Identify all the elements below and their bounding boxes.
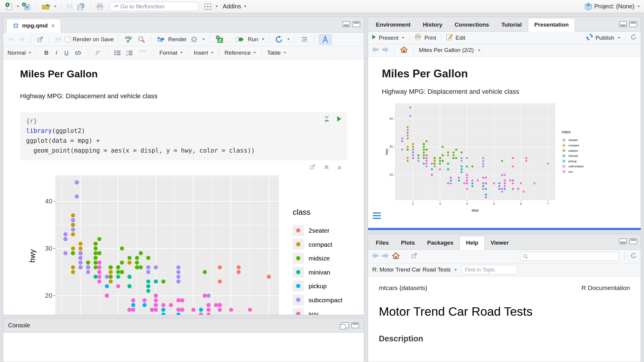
new-project-icon[interactable]: R [21,1,32,12]
clear-format-icon[interactable]: T [94,49,102,57]
panes-layout-caret[interactable] [216,6,218,7]
render-on-save-checkbox[interactable] [65,37,70,42]
gear-icon[interactable] [189,35,199,44]
render-icon[interactable] [156,35,166,44]
outline-icon[interactable] [300,36,309,43]
insert-chunk-icon[interactable]: C [215,34,225,45]
save-all-icon[interactable] [76,2,86,11]
help-forward-icon[interactable] [382,253,389,260]
tab-help[interactable]: Help [460,236,484,250]
panes-layout-icon[interactable] [203,2,213,11]
slide-nav-caret[interactable] [478,50,480,51]
paragraph-style-select[interactable]: Normal [7,50,31,56]
new-file-icon[interactable] [4,1,14,12]
topic-selector[interactable]: R: Motor Trend Car Road Tests [372,266,457,273]
rerun-icon[interactable] [274,35,284,44]
goto-file-box[interactable] [110,2,198,11]
document-canvas[interactable]: Miles Per Gallon Highway MPG: Displaceme… [3,59,364,315]
blockquote-icon[interactable]: ”” [137,48,148,58]
back-icon[interactable] [7,36,15,43]
run-icon[interactable] [235,35,245,44]
maximize-icon[interactable] [352,21,360,27]
tab-mpg-qmd[interactable]: mpg.qmd × [6,19,61,33]
tab-environment[interactable]: Environment [370,18,417,32]
bullet-list-icon[interactable] [113,49,122,57]
edit-button[interactable]: Edit [456,35,466,41]
output-collapse-icon[interactable] [323,164,329,171]
reference-menu[interactable]: Reference [225,50,256,56]
maximize-icon[interactable] [629,238,637,244]
editor-plot: 203040hwyclass2seatercompactmidsizeminiv… [20,174,364,315]
rerun-caret[interactable] [287,39,290,40]
help-search-input[interactable] [529,253,616,259]
tab-plots[interactable]: Plots [395,236,421,250]
popout-icon[interactable] [36,35,44,44]
chunk-run-icon[interactable] [336,116,342,123]
help-back-icon[interactable] [372,253,379,260]
open-file-icon[interactable] [40,2,51,11]
run-label[interactable]: Run [248,36,258,43]
output-popout-icon[interactable] [309,164,316,171]
open-file-caret[interactable] [54,6,57,7]
print-button[interactable]: Print [424,35,436,41]
close-tab-icon[interactable]: × [51,22,55,29]
slide-nav-selector[interactable]: Miles Per Gallon (2/2) [419,47,474,53]
minimize-icon[interactable] [619,21,627,27]
format-menu[interactable]: Format [159,50,183,56]
render-label[interactable]: Render [168,36,187,43]
publish-button[interactable]: Publish [596,35,614,41]
tab-packages[interactable]: Packages [421,236,460,250]
new-file-caret[interactable] [17,6,19,7]
minimize-icon[interactable] [342,21,350,27]
print-icon[interactable] [95,2,105,11]
numbered-list-icon[interactable]: 12 [125,49,134,57]
run-caret[interactable] [262,39,264,40]
output-close-icon[interactable]: × [337,165,342,170]
code-chunk[interactable]: {r}library(ggplot2)ggplot(data = mpg) + … [20,112,347,160]
present-play-icon[interactable] [372,34,376,42]
insert-menu[interactable]: Insert [194,50,213,56]
print-icon[interactable] [414,33,422,42]
underline-button[interactable]: U [62,49,71,57]
slide-forward-icon[interactable] [382,47,389,54]
render-options-caret[interactable] [202,39,205,40]
goto-file-input[interactable] [120,3,195,10]
save-icon[interactable] [65,2,74,11]
tab-history[interactable]: History [417,18,448,32]
help-search-box[interactable] [520,252,619,261]
visual-editor-toggle-icon[interactable] [319,34,332,45]
help-popout-icon[interactable] [411,252,417,260]
search-icon[interactable] [137,35,146,44]
help-refresh-icon[interactable] [630,252,637,260]
save-icon[interactable] [54,35,62,44]
project-selector[interactable]: R Project: (None) [584,2,640,11]
refresh-icon[interactable] [630,33,637,42]
present-caret[interactable] [402,37,404,39]
publish-caret[interactable] [618,37,620,39]
minimize-icon[interactable] [619,238,627,244]
tab-files[interactable]: Files [370,236,395,250]
spellcheck-icon[interactable]: ABC [123,34,134,45]
console-maximize-icon[interactable] [351,322,359,328]
addins-menu[interactable]: Addins [223,3,246,10]
tab-tutorial[interactable]: Tutorial [495,18,528,32]
slide-back-icon[interactable] [372,47,379,54]
publish-icon[interactable] [586,33,593,42]
present-button[interactable]: Present [379,35,398,41]
code-format-button[interactable] [74,49,83,56]
tab-connections[interactable]: Connections [449,18,495,32]
bold-button[interactable]: B [42,49,51,57]
maximize-icon[interactable] [629,21,637,27]
table-menu[interactable]: Table [267,50,286,56]
home-icon[interactable] [400,46,408,55]
chunk-run-above-icon[interactable] [324,116,330,123]
italic-button[interactable]: I [54,49,59,57]
menu-icon[interactable] [373,212,381,219]
find-in-topic-input[interactable] [462,265,517,274]
edit-icon[interactable] [446,33,453,42]
tab-presentation[interactable]: Presentation [528,18,575,32]
console-restore-icon[interactable] [341,322,349,328]
tab-viewer[interactable]: Viewer [485,236,515,250]
forward-icon[interactable] [18,36,26,43]
help-home-icon[interactable] [392,252,400,260]
